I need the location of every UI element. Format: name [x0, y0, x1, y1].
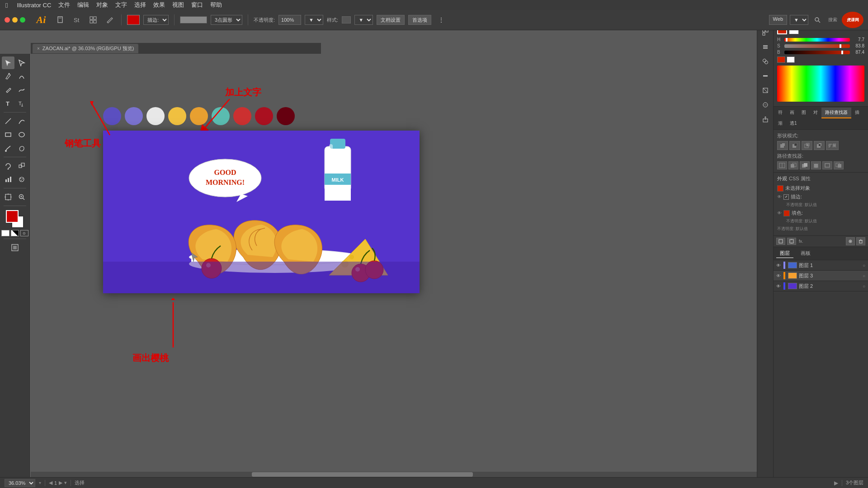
symbol-sprayer-tool[interactable] [15, 173, 28, 186]
tab-doc[interactable]: 图 [798, 108, 810, 118]
layer-3-expand[interactable]: ○ [863, 273, 865, 278]
white-mini-swatch[interactable] [787, 56, 795, 63]
pf-crop[interactable] [811, 161, 821, 169]
pencil-tool[interactable] [2, 84, 14, 96]
style-dropdown[interactable]: ▼ [354, 15, 373, 25]
opacity-selector[interactable]: ▼ [305, 15, 323, 25]
shape-mode-minus[interactable] [789, 141, 800, 150]
color-circle-9[interactable] [277, 107, 295, 125]
type-tool[interactable]: T [2, 97, 14, 110]
minimize-window-btn[interactable] [12, 17, 18, 23]
tab-align[interactable]: 对 [810, 108, 821, 118]
graph-tool[interactable] [2, 173, 14, 186]
doc-settings-button[interactable]: 文档设置 [377, 15, 405, 25]
shape-mode-unite[interactable] [777, 141, 788, 150]
menu-effect[interactable]: 效果 [153, 1, 165, 9]
artboard-icon-btn[interactable] [787, 238, 796, 245]
fill-color-swatch[interactable] [127, 15, 140, 25]
saturation-slider[interactable] [784, 44, 850, 48]
layer-row-2[interactable]: 👁 图层 2 ○ [774, 281, 868, 291]
tab-char[interactable]: 符 [774, 108, 786, 118]
tab-gradient[interactable]: 渐 [774, 118, 786, 128]
menu-object[interactable]: 对象 [96, 1, 108, 9]
layer-2-eye[interactable]: 👁 [776, 284, 781, 289]
stroke-panel-icon[interactable] [759, 70, 772, 82]
web-mode-select[interactable]: ▼ [790, 15, 808, 25]
opacity-input[interactable] [278, 15, 301, 25]
close-window-btn[interactable] [5, 17, 10, 23]
tab-para[interactable]: 画 [786, 108, 798, 118]
paintbrush-tool[interactable] [2, 142, 14, 155]
artboards-tab[interactable]: 画板 [797, 249, 814, 258]
tab-insert[interactable]: 插 [851, 108, 863, 118]
color-mode-icon[interactable]: ⊙ [20, 230, 28, 236]
next-artboard-btn[interactable]: ▶ [59, 480, 62, 486]
tab-close-icon[interactable]: × [37, 46, 40, 51]
layer-row-1[interactable]: 👁 图层 1 ○ [774, 260, 868, 271]
tab-transparent[interactable]: 透1 [786, 118, 801, 128]
color-circle-8[interactable] [255, 107, 273, 125]
effects-icon[interactable] [759, 99, 772, 111]
direct-select-tool[interactable] [15, 56, 28, 69]
smooth-tool[interactable] [15, 84, 28, 96]
scale-tool[interactable] [15, 160, 28, 172]
document-tab[interactable]: × ZAOCAN.ai* @ 36.03% (RGB/GPU 预览) [33, 44, 138, 53]
eye-icon-fill[interactable]: 👁 [777, 211, 782, 216]
appearance-tab[interactable]: 外观 [777, 175, 787, 182]
horizontal-scrollbar-thumb[interactable] [252, 472, 473, 477]
eye-icon-stroke[interactable]: 👁 [777, 194, 782, 199]
artboard-tool[interactable] [2, 191, 14, 203]
pen-tool[interactable] [2, 70, 14, 83]
stroke-shape-select[interactable]: 3点圆形 [211, 15, 242, 25]
search-icon[interactable] [811, 14, 824, 26]
menu-text[interactable]: 文字 [115, 1, 127, 9]
brightness-slider[interactable] [784, 51, 850, 54]
color-circle-4[interactable] [168, 107, 186, 125]
align-icon[interactable] [759, 41, 772, 53]
layers-tab[interactable]: 图层 [776, 249, 793, 258]
rotate-tool[interactable] [2, 160, 14, 172]
layer-1-eye[interactable]: 👁 [776, 263, 781, 268]
grid-icon[interactable] [87, 14, 99, 26]
brightness-thumb[interactable] [841, 51, 843, 54]
line-tool[interactable] [2, 115, 14, 127]
layer-delete-btn[interactable] [856, 237, 865, 245]
horizontal-scrollbar[interactable] [31, 472, 768, 477]
pathfinder-icon[interactable] [759, 55, 772, 68]
curvature-tool[interactable] [15, 70, 28, 83]
shape-mode-intersect[interactable] [802, 141, 812, 150]
new-document-icon[interactable] [54, 14, 67, 26]
foreground-color[interactable] [6, 210, 19, 223]
zoom-select[interactable]: 36.03% [5, 479, 35, 487]
canvas-area[interactable]: 加上文字 GOOD MORNING! MILK [31, 54, 773, 477]
fill-swatch[interactable] [783, 210, 790, 216]
blob-brush-tool[interactable] [15, 142, 28, 155]
color-circle-2[interactable] [125, 107, 143, 125]
color-gradient-bar[interactable] [777, 66, 864, 102]
change-screen-mode-icon[interactable] [9, 241, 21, 254]
css-properties-tab[interactable]: CSS 属性 [789, 175, 811, 182]
artboard-dropdown[interactable]: ▾ [64, 480, 67, 486]
layer-visibility-btn[interactable] [846, 237, 855, 245]
menu-select[interactable]: 选择 [134, 1, 146, 9]
fill-white-box[interactable] [1, 230, 9, 236]
prev-artboard-btn[interactable]: ◀ [49, 480, 52, 486]
select-tool[interactable] [2, 56, 14, 69]
expand-btn[interactable]: 扩展 [826, 141, 839, 150]
ellipse-tool[interactable] [15, 128, 28, 141]
color-circle-3[interactable] [146, 107, 165, 125]
layer-3-eye[interactable]: 👁 [776, 273, 781, 278]
red-mini-swatch[interactable] [777, 56, 785, 63]
style-swatch[interactable] [342, 16, 351, 23]
arc-tool[interactable] [15, 115, 28, 127]
stroke-visibility-check[interactable]: ✓ [783, 194, 789, 200]
zoom-tool[interactable] [15, 191, 28, 203]
menu-help[interactable]: 帮助 [210, 1, 222, 9]
menu-window[interactable]: 窗口 [191, 1, 203, 9]
menu-edit[interactable]: 编辑 [77, 1, 89, 9]
shape-mode-exclude[interactable] [814, 141, 825, 150]
menu-illustrator[interactable]: Illustrator CC [17, 2, 51, 9]
maximize-window-btn[interactable] [20, 17, 25, 23]
menu-file[interactable]: 文件 [58, 1, 70, 9]
stroke-dropdown[interactable]: 描边: [143, 15, 169, 25]
